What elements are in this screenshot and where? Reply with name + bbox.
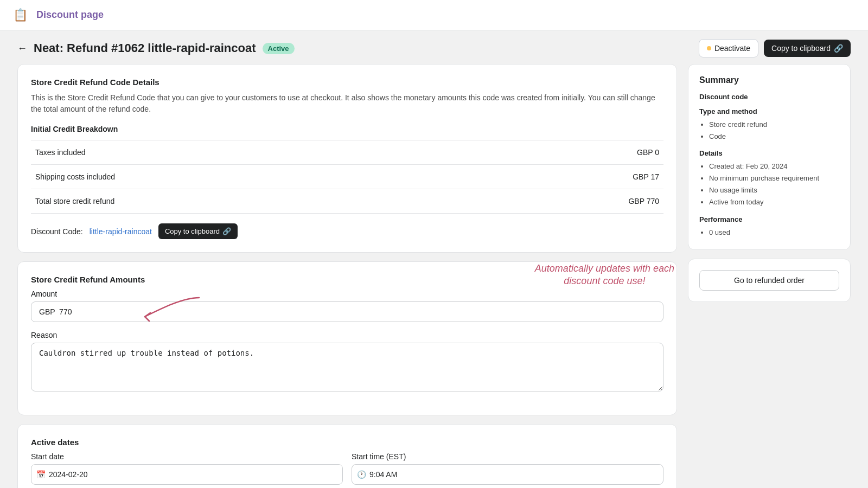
shipping-value: GBP 17 [633,172,659,181]
right-column: Summary Discount code Type and method St… [688,64,851,488]
copy-inline-button[interactable]: Copy to clipboard 🔗 [158,223,238,239]
status-badge: Active [263,43,295,54]
copy-clipboard-header-button[interactable]: Copy to clipboard 🔗 [764,40,851,57]
type-method-list: Store credit refund Code [699,119,839,143]
performance-section-title: Performance [699,215,839,223]
clock-icon: 🕐 [357,470,366,479]
store-credit-details-card: Store Credit Refund Code Details This is… [17,64,677,253]
total-value: GBP 770 [628,197,659,206]
type-method-section-title: Type and method [699,107,839,115]
list-item: No minimum purchase requirement [709,172,839,184]
top-bar: 📋 Discount page [0,0,868,30]
start-date-input[interactable] [31,464,343,485]
table-row: Total store credit refund GBP 770 [31,189,663,214]
deactivate-button[interactable]: Deactivate [699,39,758,57]
store-credit-card-description: This is the Store Credit Refund Code tha… [31,92,663,115]
table-row: Taxes included GBP 0 [31,140,663,165]
summary-heading: Summary [699,75,839,85]
start-date-group: Start date 📅 [31,452,343,485]
app-title: Discount page [36,9,104,21]
amount-group: Amount [31,290,663,322]
taxes-value: GBP 0 [637,148,659,157]
page-header: ← Neat: Refund #1062 little-rapid-rainco… [0,30,868,64]
start-time-group: Start time (EST) 🕐 [352,452,663,485]
total-label: Total store credit refund [35,197,114,206]
performance-list: 0 used [699,227,839,239]
summary-card: Summary Discount code Type and method St… [688,64,851,250]
shipping-label: Shipping costs included [35,172,115,181]
app-icon: 📋 [13,8,28,22]
start-date-input-wrapper: 📅 [31,464,343,485]
list-item: Code [709,131,839,143]
discount-code-row: Discount Code: little-rapid-raincoat Cop… [31,223,663,239]
amounts-card: Store Credit Refund Amounts Automaticall… [17,261,677,415]
page-header-actions: Deactivate Copy to clipboard 🔗 [699,39,851,57]
warning-dot-icon [707,46,711,50]
reason-label: Reason [31,331,663,339]
table-row: Shipping costs included GBP 17 [31,165,663,189]
start-time-label: Start time (EST) [352,452,663,461]
annotation-line1: Automatically updates with each [535,263,674,274]
details-list: Created at: Feb 20, 2024 No minimum purc… [699,160,839,208]
left-column: Store Credit Refund Code Details This is… [17,64,677,488]
amount-label: Amount [31,290,663,298]
amounts-card-title: Store Credit Refund Amounts [31,275,663,284]
details-section-title: Details [699,149,839,157]
discount-code-section-title: Discount code [699,93,839,101]
active-dates-title: Active dates [31,438,663,447]
go-to-order-button[interactable]: Go to refunded order [699,270,839,291]
store-credit-card-title: Store Credit Refund Code Details [31,78,663,87]
page-header-left: ← Neat: Refund #1062 little-rapid-rainco… [17,41,295,55]
reason-textarea[interactable]: Cauldron stirred up trouble instead of p… [31,343,663,391]
active-dates-card: Active dates Start date 📅 Start time (ES… [17,424,677,488]
link-icon: 🔗 [834,44,843,53]
copy-clipboard-header-label: Copy to clipboard [771,44,831,53]
discount-code-value[interactable]: little-rapid-raincoat [90,227,152,236]
taxes-label: Taxes included [35,148,86,157]
list-item: No usage limits [709,184,839,196]
go-to-order-card: Go to refunded order [688,259,851,302]
start-time-input-wrapper: 🕐 [352,464,663,485]
discount-code-label: Discount Code: [31,227,83,236]
copy-inline-label: Copy to clipboard [165,227,220,235]
page-title: Neat: Refund #1062 little-rapid-raincoat [34,41,256,55]
list-item: Store credit refund [709,119,839,131]
start-time-input[interactable] [352,464,663,485]
calendar-icon: 📅 [36,470,46,479]
reason-group: Reason Cauldron stirred up trouble inste… [31,331,663,393]
breakdown-table: Taxes included GBP 0 Shipping costs incl… [31,140,663,214]
list-item: Active from today [709,196,839,208]
copy-link-icon: 🔗 [222,227,231,235]
annotation-container: Automatically updates with each discount… [31,290,663,322]
breakdown-section-title: Initial Credit Breakdown [31,125,663,133]
dates-grid: Start date 📅 Start time (EST) 🕐 [31,452,663,488]
main-content: Store Credit Refund Code Details This is… [0,64,868,488]
start-date-label: Start date [31,452,343,461]
list-item: Created at: Feb 20, 2024 [709,160,839,172]
amount-input[interactable] [31,301,663,322]
back-button[interactable]: ← [17,43,27,54]
deactivate-label: Deactivate [714,44,750,53]
list-item: 0 used [709,227,839,239]
